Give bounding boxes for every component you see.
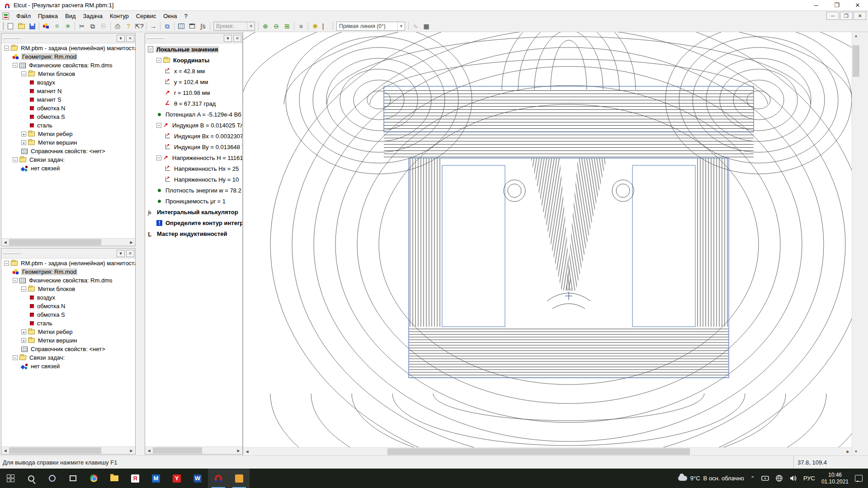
tree-row[interactable]: −Метки блоков — [1, 285, 135, 293]
panel-grip[interactable] — [146, 38, 165, 39]
collapse-icon[interactable]: − — [21, 71, 26, 76]
local-value-row[interactable]: Напряженность Hy = 10 — [145, 174, 242, 185]
local-value-row[interactable]: Напряженность Hx = 25 — [145, 163, 242, 174]
weather-widget[interactable]: 9°C В осн. облачно — [678, 475, 744, 482]
horizontal-scrollbar[interactable]: ◀ ▶ — [1, 446, 135, 454]
local-value-row[interactable]: −Напряженность H = 11161 А/м — [145, 152, 242, 163]
scrollbar-thumb[interactable] — [9, 447, 101, 454]
network-globe-icon[interactable] — [775, 474, 783, 482]
tree-row[interactable]: −Физические свойства: Rm.dms — [1, 276, 135, 285]
collapse-icon[interactable]: − — [13, 157, 18, 162]
tree-row[interactable]: −Связи задач: — [1, 353, 135, 362]
solve-button[interactable]: = — [52, 21, 62, 31]
local-value-row[interactable]: −Индукция B = 0.014025 Тл — [145, 120, 242, 131]
tree-row[interactable]: сталь — [1, 319, 135, 328]
tree-row[interactable]: сталь — [1, 121, 135, 130]
tree-row[interactable]: обмотка S — [1, 310, 135, 319]
time-combobox[interactable]: Время: ▼ — [213, 22, 255, 31]
tray-expand-icon[interactable]: ⌃ — [750, 475, 755, 482]
scrollbar-thumb[interactable] — [387, 448, 690, 455]
local-value-row[interactable]: Локальные значения — [145, 44, 242, 55]
scrollbar-thumb[interactable] — [9, 239, 101, 245]
scroll-right-button[interactable]: ▶ — [844, 448, 852, 455]
tree-row[interactable]: обмотка N — [1, 302, 135, 310]
properties-button[interactable] — [41, 21, 52, 31]
panel-grip[interactable] — [3, 38, 21, 39]
tree-row[interactable]: −Физические свойства: Rm.dms — [1, 61, 135, 70]
collapse-icon[interactable]: − — [21, 286, 26, 291]
tree-row[interactable]: Справочник свойств: <нет> — [1, 345, 135, 353]
paste-button[interactable]: ⎘ — [98, 21, 109, 31]
stop-button[interactable]: ■ — [296, 21, 307, 31]
copy-button[interactable]: ⧉ — [87, 21, 98, 31]
taskbar-app-orange-icon[interactable] — [229, 469, 250, 488]
menu-item-5[interactable]: Сервис — [132, 12, 160, 20]
legend-button[interactable]: 🗔 — [187, 21, 198, 31]
contour-line-button[interactable]: ⎸ — [321, 21, 331, 31]
panel-dropdown-button[interactable]: ▼ — [117, 250, 125, 257]
panel-dropdown-button[interactable]: ▼ — [117, 35, 125, 42]
field-plot-area[interactable]: ▲ ▼ ◀ ▶ — [243, 32, 860, 455]
tree-row[interactable]: обмотка S — [1, 113, 135, 121]
scroll-right-button[interactable]: ▶ — [127, 447, 135, 454]
save-button[interactable] — [27, 21, 38, 31]
scroll-right-button[interactable]: ▶ — [127, 239, 135, 246]
tree-row[interactable]: +Метки ребер — [1, 328, 135, 336]
scroll-up-button[interactable]: ▲ — [852, 32, 860, 40]
scrollbar-thumb[interactable] — [153, 447, 202, 454]
horizontal-scrollbar[interactable]: ◀ ▶ — [145, 446, 242, 454]
help-button[interactable]: ? — [123, 21, 134, 31]
scroll-down-button[interactable]: ▼ — [852, 448, 860, 455]
local-value-row[interactable]: Индукция By = 0.013648 Тл — [145, 141, 242, 152]
open-button[interactable] — [16, 21, 27, 31]
scroll-left-button[interactable]: ◀ — [243, 448, 251, 455]
wand-button[interactable]: ✱ — [310, 21, 321, 31]
collapse-icon[interactable]: − — [13, 278, 18, 283]
toolbar-grip[interactable] — [1, 22, 4, 30]
mdi-close-button[interactable]: ✕ — [854, 12, 866, 20]
tree-row[interactable]: +Метки вершин — [1, 336, 135, 345]
local-value-row[interactable]: r = 110.98 мм — [145, 87, 242, 98]
tree-row[interactable]: −Связи задач: — [1, 155, 135, 164]
scroll-left-button[interactable]: ◀ — [145, 447, 153, 454]
collapse-icon[interactable]: − — [4, 261, 9, 266]
integral-button[interactable]: ∫s — [198, 21, 208, 31]
collapse-icon[interactable]: − — [13, 63, 18, 68]
collapse-icon[interactable]: − — [4, 46, 9, 51]
panel-close-button[interactable]: ✕ — [126, 250, 134, 257]
context-help-button[interactable]: ⇱? — [134, 21, 145, 31]
tree-row[interactable]: −RM.pbm - задача (нелинейная) магнитоста… — [1, 44, 135, 52]
line-style-combobox[interactable]: Прямая линия (0°) ▼ — [336, 22, 405, 31]
forward-button[interactable]: → — [148, 21, 159, 31]
scroll-left-button[interactable]: ◀ — [1, 447, 9, 454]
collapse-icon[interactable]: − — [156, 58, 161, 63]
menu-item-1[interactable]: Правка — [34, 12, 61, 20]
mdi-restore-button[interactable]: ❐ — [840, 12, 853, 20]
tree-row[interactable]: обмотка N — [1, 104, 135, 113]
collapse-icon[interactable]: − — [156, 155, 161, 160]
taskbar-mail-icon[interactable]: M — [146, 469, 166, 488]
tree-row[interactable]: воздух — [1, 78, 135, 87]
collapse-icon[interactable]: − — [156, 123, 161, 128]
tree-row[interactable]: +Метки ребер — [1, 130, 135, 138]
zoom-in-button[interactable]: ⊕ — [260, 21, 271, 31]
expand-icon[interactable]: + — [21, 329, 26, 334]
local-value-row[interactable]: x = 42.8 мм — [145, 66, 242, 76]
zoom-out-button[interactable]: ⊖ — [271, 21, 282, 31]
expand-icon[interactable]: + — [21, 338, 26, 343]
local-value-row[interactable]: −Координаты — [145, 55, 242, 66]
action-center-icon[interactable] — [855, 475, 863, 482]
tree-row[interactable]: Геометрия: Rm.mod — [1, 52, 135, 61]
menu-item-7[interactable]: ? — [180, 12, 191, 20]
scroll-right-button[interactable]: ▶ — [235, 447, 242, 454]
clock[interactable]: 10:46 01.10.2021 — [821, 472, 849, 485]
cascade-windows-button[interactable]: ⧉ — [162, 21, 173, 31]
tree-row[interactable]: Справочник свойств: <нет> — [1, 147, 135, 155]
tree-row[interactable]: Геометрия: Rm.mod — [1, 267, 135, 276]
field-picture-button[interactable] — [176, 21, 187, 31]
taskbar-y-browser-icon[interactable]: Y — [166, 469, 187, 488]
collapse-icon[interactable]: − — [13, 355, 18, 360]
analyze-button[interactable]: ✳ — [62, 21, 73, 31]
menu-item-4[interactable]: Контур — [106, 12, 132, 20]
panel-close-button[interactable]: ✕ — [126, 35, 134, 42]
